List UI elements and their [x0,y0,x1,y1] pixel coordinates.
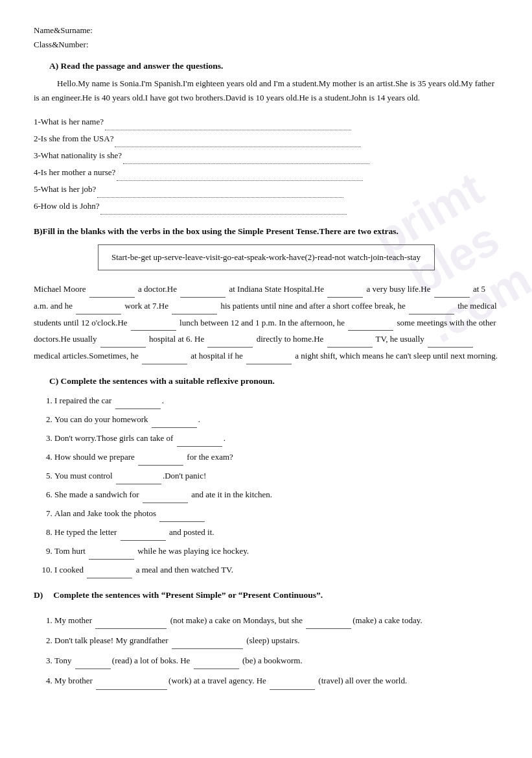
reflexive-6: She made a sandwich for and ate it in th… [54,486,498,503]
blank-c2[interactable] [152,410,197,428]
section-d-label: D) [34,590,43,600]
reflexive-2: You can do your homework . [54,410,498,428]
blank-c4[interactable] [138,448,183,466]
section-b-paragraph: Michael Moore a doctor.He at Indiana Sta… [34,281,498,364]
blank-c5[interactable] [116,467,161,484]
section-d: D) Complete the sentences with “Present … [34,590,498,690]
question-1: 1-What is her name? [34,113,498,130]
blank-d1b[interactable] [306,611,351,629]
reflexive-7: Alan and Jake took the photos [54,504,498,522]
reflexive-list: I repaired the car . You can do your hom… [54,392,498,578]
blank-d2[interactable] [172,631,243,649]
blank-b10[interactable] [100,331,146,348]
blank-c8[interactable] [121,523,166,541]
questions-list: 1-What is her name? 2-Is she from the US… [34,113,498,215]
reflexive-1: I repaired the car . [54,392,498,409]
name-label: Name&Surname: [34,23,498,38]
blank-c10[interactable] [87,561,132,578]
reflexive-5: You must control .Don't panic! [54,467,498,484]
present-list: My mother (not make) a cake on Mondays, … [54,611,498,690]
blank-b13[interactable] [428,331,473,348]
blank-b4[interactable] [434,281,470,298]
reflexive-8: He typed the letter and posted it. [54,523,498,541]
blank-d1a[interactable] [95,611,167,629]
blank-b2[interactable] [180,281,226,298]
verb-box: Start-be-get up-serve-leave-visit-go-eat… [98,244,435,270]
reflexive-4: How should we prepare for the exam? [54,448,498,466]
blank-d3b[interactable] [194,651,239,669]
reflexive-10: I cooked a meal and then watched TV. [54,561,498,578]
question-6: 6-How old is John? [34,198,498,215]
present-2: Don't talk please! My grandfather (sleep… [54,631,498,649]
blank-b12[interactable] [327,331,373,348]
section-a-title: A) Read the passage and answer the quest… [49,61,498,71]
question-2: 2-Is she from the USA? [34,130,498,147]
reflexive-3: Don't worry.Those girls can take of . [54,429,498,447]
passage-text: Hello.My name is Sonia.I'm Spanish.I'm e… [34,77,498,104]
blank-b14[interactable] [142,348,187,364]
blank-b5[interactable] [76,298,121,314]
present-4: My brother (work) at a travel agency. He… [54,671,498,689]
blank-b7[interactable] [409,298,454,314]
class-label: Class&Number: [34,38,498,52]
blank-c3[interactable] [177,429,222,447]
blank-b11[interactable] [207,331,253,348]
blank-d3a[interactable] [75,651,111,669]
section-b-title: B)Fill in the blanks with the verbs in t… [34,226,498,237]
present-1: My mother (not make) a cake on Mondays, … [54,611,498,629]
blank-d4b[interactable] [270,671,315,689]
section-a: A) Read the passage and answer the quest… [34,61,498,215]
section-d-subtitle: Complete the sentences with “Present Sim… [53,590,323,600]
blank-b8[interactable] [131,314,176,331]
section-c: C) Complete the sentences with a suitabl… [34,376,498,578]
blank-c1[interactable] [115,392,161,409]
blank-c6[interactable] [143,486,188,503]
header-section: Name&Surname: Class&Number: [34,23,498,52]
blank-b15[interactable] [246,348,292,364]
blank-b9[interactable] [348,314,393,331]
present-3: Tony (read) a lot of boks. He (be) a boo… [54,651,498,669]
blank-b6[interactable] [172,298,217,314]
question-4: 4-Is her mother a nurse? [34,164,498,181]
blank-c9[interactable] [89,542,134,560]
blank-b1[interactable] [89,281,135,298]
question-3: 3-What nationality is she? [34,147,498,164]
question-5: 5-What is her job? [34,181,498,198]
blank-c7[interactable] [159,504,205,522]
reflexive-9: Tom hurt while he was playing ice hockey… [54,542,498,560]
blank-b3[interactable] [327,281,363,298]
section-c-title: C) Complete the sentences with a suitabl… [49,376,498,386]
blank-d4a[interactable] [96,671,167,689]
section-b: B)Fill in the blanks with the verbs in t… [34,226,498,364]
